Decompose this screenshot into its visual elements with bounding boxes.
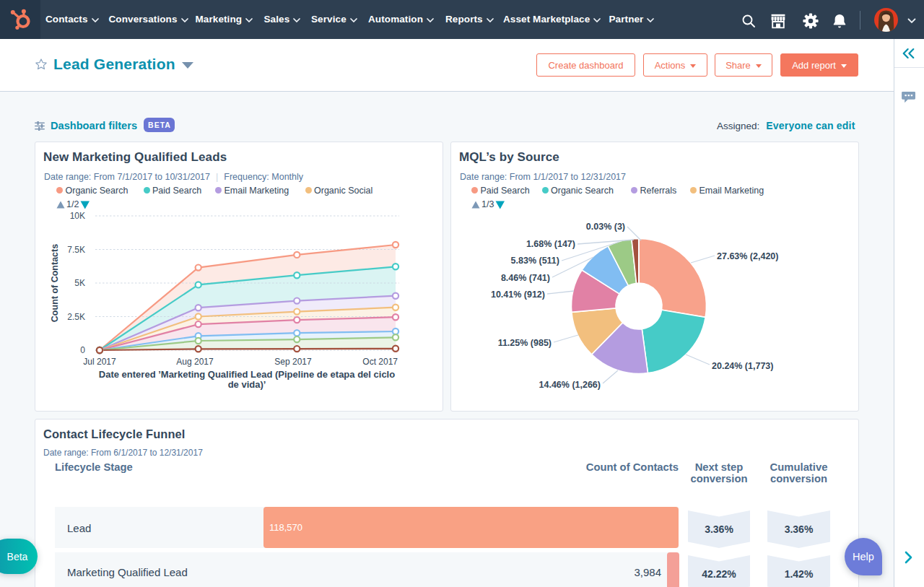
svg-text:11.25% (985): 11.25% (985): [498, 338, 552, 348]
svg-text:Jul 2017: Jul 2017: [83, 357, 116, 367]
svg-text:Aug 2017: Aug 2017: [176, 357, 214, 367]
svg-text:10K: 10K: [70, 211, 85, 221]
svg-text:Count of Contacts: Count of Contacts: [50, 244, 60, 322]
svg-text:1.68% (147): 1.68% (147): [526, 239, 575, 249]
svg-text:27.63% (2,420): 27.63% (2,420): [717, 251, 778, 261]
svg-text:8.46% (741): 8.46% (741): [501, 273, 550, 283]
svg-text:de vida)’: de vida)’: [228, 379, 266, 390]
svg-text:14.46% (1,266): 14.46% (1,266): [539, 380, 601, 390]
svg-text:5.83% (511): 5.83% (511): [511, 256, 559, 266]
svg-text:Oct 2017: Oct 2017: [362, 357, 398, 367]
svg-text:0.03% (3): 0.03% (3): [586, 222, 625, 232]
svg-text:2.5K: 2.5K: [67, 312, 85, 322]
svg-text:7.5K: 7.5K: [67, 245, 85, 255]
svg-text:Date entered ’Marketing Qualif: Date entered ’Marketing Qualified Lead (…: [99, 369, 395, 380]
svg-text:20.24% (1,773): 20.24% (1,773): [712, 361, 773, 371]
svg-text:5K: 5K: [74, 278, 85, 288]
svg-text:0: 0: [80, 345, 85, 355]
svg-text:10.41% (912): 10.41% (912): [491, 290, 545, 300]
svg-text:Sep 2017: Sep 2017: [274, 357, 312, 367]
